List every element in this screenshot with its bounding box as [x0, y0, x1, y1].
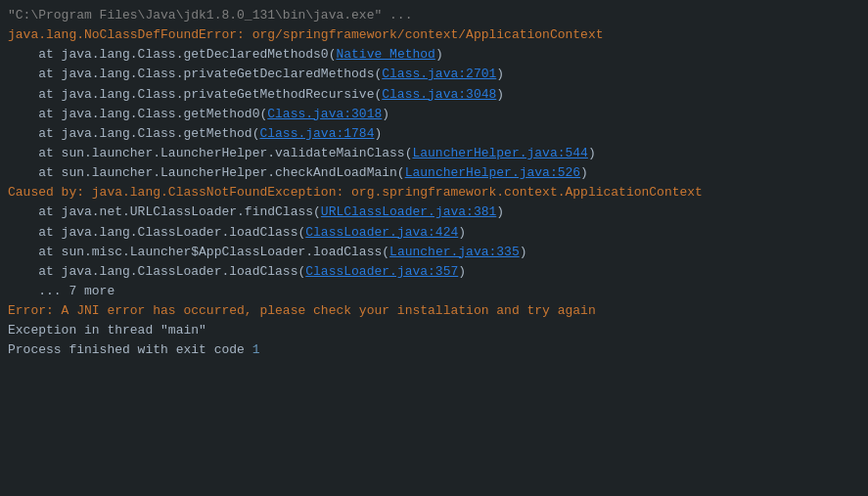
link-11: ClassLoader.java:357 — [305, 264, 458, 279]
command-line: "C:\Program Files\Java\jdk1.8.0_131\bin\… — [8, 6, 860, 25]
stack-line-10: at sun.misc.Launcher$AppClassLoader.load… — [8, 243, 860, 262]
exception-thread-line: Exception in thread "main" — [8, 321, 860, 340]
link-7: LauncherHelper.java:526 — [405, 165, 580, 180]
link-8: URLClassLoader.java:381 — [321, 204, 496, 219]
stack-line-8: at java.net.URLClassLoader.findClass(URL… — [8, 203, 860, 222]
stack-line-1: at java.lang.Class.getDeclaredMethods0(N… — [8, 45, 860, 65]
stack-line-7: at sun.launcher.LauncherHelper.checkAndL… — [8, 163, 860, 183]
link-3: Class.java:3048 — [382, 87, 496, 102]
link-5: Class.java:1784 — [259, 126, 374, 141]
link-10: Launcher.java:335 — [389, 245, 520, 259]
link-6: LauncherHelper.java:544 — [412, 146, 587, 160]
stack-line-9: at java.lang.ClassLoader.loadClass(Class… — [8, 223, 860, 243]
link-4: Class.java:3018 — [267, 107, 382, 121]
caused-by-line: Caused by: java.lang.ClassNotFoundExcept… — [8, 183, 860, 203]
stack-line-5: at java.lang.Class.getMethod(Class.java:… — [8, 124, 860, 144]
stack-line-4: at java.lang.Class.getMethod0(Class.java… — [8, 105, 860, 124]
jni-error-line: Error: A JNI error has occurred, please … — [8, 301, 860, 321]
stack-line-3: at java.lang.Class.privateGetMethodRecur… — [8, 85, 860, 105]
no-classdef-error: java.lang.NoClassDefFoundError: org/spri… — [8, 25, 860, 45]
link-9: ClassLoader.java:424 — [305, 225, 458, 240]
more-line: ... 7 more — [8, 282, 860, 301]
link-1: Native Method — [336, 47, 434, 62]
process-finished-line: Process finished with exit code 1 — [8, 340, 860, 360]
link-2: Class.java:2701 — [382, 67, 496, 81]
stack-line-11: at java.lang.ClassLoader.loadClass(Class… — [8, 262, 860, 282]
stack-line-6: at sun.launcher.LauncherHelper.validateM… — [8, 144, 860, 163]
exit-code: 1 — [252, 342, 260, 357]
stack-line-2: at java.lang.Class.privateGetDeclaredMet… — [8, 65, 860, 84]
terminal-window: "C:\Program Files\Java\jdk1.8.0_131\bin\… — [0, 0, 868, 496]
